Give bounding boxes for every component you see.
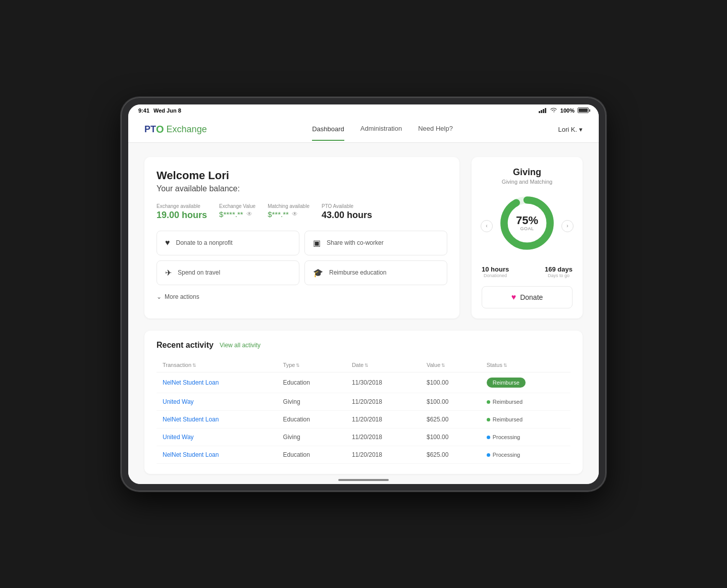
status-right: 100%: [539, 108, 589, 114]
giving-stats: 10 hours Donationed 169 days Days to go: [482, 265, 573, 278]
cell-value: $625.00: [421, 446, 481, 463]
cell-date: 11/30/2018: [346, 372, 421, 393]
transaction-link[interactable]: United Way: [163, 434, 194, 441]
cell-status: Processing: [481, 428, 570, 446]
share-coworker-button[interactable]: ▣ Share with co-worker: [304, 231, 447, 255]
nav-need-help[interactable]: Need Help?: [418, 125, 453, 134]
battery-percent: 100%: [560, 108, 575, 114]
cell-date: 11/20/2018: [346, 410, 421, 428]
sort-date-icon[interactable]: ⇅: [365, 363, 369, 368]
cell-date: 11/20/2018: [346, 428, 421, 446]
heart-action-icon: ♥: [165, 238, 170, 247]
dot-green-icon: [487, 400, 490, 404]
donut-prev-button[interactable]: ‹: [481, 220, 493, 232]
matching-available-value: $***.**: [268, 210, 289, 219]
cell-type: Education: [277, 446, 346, 463]
matching-available-hidden: $***.** 👁: [268, 210, 309, 219]
status-date: Wed Jun 8: [153, 108, 181, 114]
battery-icon: [578, 108, 589, 113]
table-row: United Way Giving 11/20/2018 $100.00 Rei…: [157, 393, 570, 410]
donate-nonprofit-label: Donate to a nonprofit: [176, 239, 233, 246]
cell-type: Education: [277, 410, 346, 428]
sort-value-icon[interactable]: ⇅: [441, 363, 445, 368]
tablet-screen: 9:41 Wed Jun 8 100%: [128, 104, 599, 484]
svg-rect-0: [539, 111, 540, 113]
activity-title: Recent activity: [157, 341, 214, 350]
pto-available-item: PTO Available 43.00 hours: [322, 203, 372, 221]
sort-type-icon[interactable]: ⇅: [296, 363, 300, 368]
cell-value: $625.00: [421, 410, 481, 428]
cell-transaction: United Way: [157, 393, 277, 410]
sort-transaction-icon[interactable]: ⇅: [192, 363, 196, 368]
status-left: 9:41 Wed Jun 8: [138, 108, 181, 114]
activity-header: Recent activity View all activity: [157, 341, 570, 350]
spend-travel-button[interactable]: ✈ Spend on travel: [157, 260, 299, 285]
nav-bar: PTO Exchange Dashboard Administration Ne…: [128, 117, 599, 143]
transaction-link[interactable]: NelNet Student Loan: [163, 451, 219, 458]
status-bar: 9:41 Wed Jun 8 100%: [128, 104, 599, 117]
nav-user[interactable]: Lori K. ▾: [558, 126, 583, 133]
logo-pt: PT: [144, 124, 156, 135]
col-transaction: Transaction⇅: [157, 358, 277, 372]
dot-blue-icon: [487, 436, 490, 439]
reimburse-education-button[interactable]: 🎓 Reimburse education: [304, 260, 447, 285]
matching-eye-icon[interactable]: 👁: [292, 210, 298, 218]
cell-transaction: NelNet Student Loan: [157, 372, 277, 393]
pto-available-label: PTO Available: [322, 203, 372, 209]
transaction-link[interactable]: NelNet Student Loan: [163, 416, 219, 423]
cell-value: $100.00: [421, 393, 481, 410]
cell-status: Reimbursed: [481, 410, 570, 428]
battery-fill: [579, 109, 588, 112]
transaction-link[interactable]: NelNet Student Loan: [163, 379, 219, 386]
cell-date: 11/20/2018: [346, 393, 421, 410]
eye-icon[interactable]: 👁: [246, 210, 252, 218]
nav-user-name: Lori K.: [558, 126, 577, 133]
cell-date: 11/20/2018: [346, 446, 421, 463]
status-time: 9:41: [138, 108, 149, 114]
svg-rect-2: [543, 109, 544, 113]
cell-status: Processing: [481, 446, 570, 463]
dot-green-icon: [487, 418, 490, 421]
cell-type: Education: [277, 372, 346, 393]
exchange-available-item: Exchange available 19.00 hours: [157, 203, 207, 221]
status-dot: Processing: [487, 434, 520, 440]
pto-available-value: 43.00 hours: [322, 210, 372, 221]
exchange-value-label: Exchange Value: [219, 203, 255, 209]
nav-administration[interactable]: Administration: [360, 125, 402, 134]
cell-type: Giving: [277, 428, 346, 446]
donate-button[interactable]: ♥ Donate: [482, 286, 573, 308]
dot-blue-icon: [487, 453, 490, 457]
transaction-link[interactable]: United Way: [163, 398, 194, 405]
donated-stat: 10 hours Donationed: [482, 265, 509, 278]
nav-links: Dashboard Administration Need Help?: [312, 125, 453, 134]
activity-table: Transaction⇅ Type⇅ Date⇅ Value⇅ Status⇅ …: [157, 358, 570, 464]
view-all-link[interactable]: View all activity: [220, 342, 261, 349]
share-action-icon: ▣: [313, 238, 321, 248]
svg-rect-3: [545, 108, 546, 113]
donut-next-button[interactable]: ›: [561, 220, 574, 232]
main-content: Welcome Lori Your available balance: Exc…: [128, 143, 599, 476]
nav-dashboard[interactable]: Dashboard: [312, 125, 344, 141]
matching-available-label: Matching available: [268, 203, 309, 209]
sort-status-icon[interactable]: ⇅: [503, 363, 507, 368]
exchange-available-value: 19.00 hours: [157, 210, 207, 221]
table-row: NelNet Student Loan Education 11/20/2018…: [157, 446, 570, 463]
logo-exchange: Exchange: [167, 124, 207, 135]
cell-value: $100.00: [421, 428, 481, 446]
donate-heart-icon: ♥: [511, 293, 516, 302]
home-indicator: [338, 479, 389, 481]
more-actions-button[interactable]: ⌄ More actions: [157, 291, 447, 302]
action-grid: ♥ Donate to a nonprofit ▣ Share with co-…: [157, 231, 447, 285]
wifi-icon: [550, 108, 557, 113]
balance-grid: Exchange available 19.00 hours Exchange …: [157, 203, 447, 221]
tablet-frame: 9:41 Wed Jun 8 100%: [121, 97, 606, 491]
bottom-bar: [128, 476, 599, 484]
spend-travel-label: Spend on travel: [178, 269, 220, 276]
table-row: United Way Giving 11/20/2018 $100.00 Pro…: [157, 428, 570, 446]
status-badge[interactable]: Reimburse: [487, 378, 526, 388]
more-actions-label: More actions: [165, 293, 199, 300]
col-type: Type⇅: [277, 358, 346, 372]
status-dot: Reimbursed: [487, 399, 523, 405]
donut-center: 75% GOAL: [516, 215, 538, 231]
donate-nonprofit-button[interactable]: ♥ Donate to a nonprofit: [157, 231, 299, 255]
